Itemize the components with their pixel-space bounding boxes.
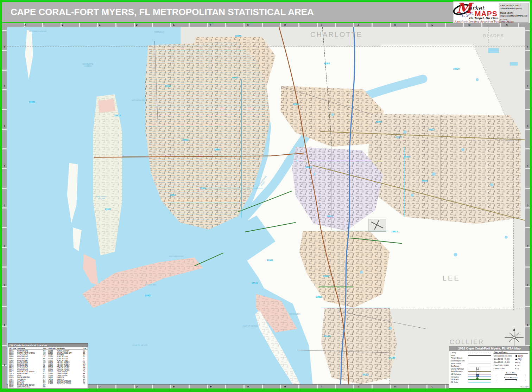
- grid-letter: H: [284, 24, 286, 26]
- grid-letter: G: [247, 385, 249, 388]
- col-header: ZIP Name: [57, 348, 83, 350]
- col-header: LOC: [43, 348, 48, 350]
- city-class-label: Cities 50,000 - 99,999: [494, 358, 515, 360]
- grid-letter: F: [210, 385, 211, 388]
- zip-code: [48, 386, 57, 388]
- water-label: CHARLOTTE HARBOR: [79, 63, 97, 68]
- zip-code-label: 33912: [327, 215, 333, 218]
- grid-letter: D: [136, 385, 138, 388]
- col-header: ZIP Code: [9, 348, 17, 350]
- legend-item: County Highways: [451, 368, 492, 371]
- zip-code-label: 33991: [182, 139, 189, 141]
- legend-item: State Highways: [451, 370, 492, 373]
- legend-line-sample: [468, 361, 491, 361]
- legend-line-sample: [468, 364, 491, 364]
- county-label: CHARLOTTE: [310, 31, 362, 39]
- zip-code: 33936: [9, 386, 17, 388]
- legend-item: Secondary Streets: [451, 360, 492, 362]
- county-label: LEE: [443, 274, 460, 282]
- map-poster: CAPE CORAL-FORT MYERS, FL METROPOLITAN S…: [0, 0, 532, 392]
- zip-code-label: 33974: [422, 180, 428, 182]
- water-label: MATLACHA PASS: [130, 99, 148, 102]
- grid-letter: B: [62, 24, 63, 26]
- legend-cities: Cities and Towns Cities 100,000 and Abov…: [492, 352, 528, 384]
- water-label: SAN CARLOS BAY: [167, 256, 185, 258]
- grid-number: 3: [527, 125, 528, 127]
- header-bar: CAPE CORAL-FORT MYERS, FL METROPOLITAN S…: [2, 2, 530, 22]
- legend-item-label: State Highways: [451, 371, 468, 372]
- city-sample: City: [517, 365, 519, 366]
- col-header: ZIP Name: [17, 348, 43, 350]
- legend-item-label: Toll Roads: [451, 379, 468, 380]
- grid-letter: A: [24, 24, 26, 26]
- legend-item: Interstates: [451, 375, 492, 378]
- logo-tagline: On Target. On Time.: [469, 17, 499, 20]
- grid-letter: J: [357, 24, 359, 26]
- zip-code-label: 33908: [267, 259, 273, 262]
- grid-numbers-right: 123456789: [525, 27, 530, 385]
- county-label: COLLIER: [450, 339, 484, 346]
- zip-code-label: 33967: [323, 275, 329, 277]
- map-labels: CHARLOTTEGLADESHENDRYLEECOLLIER GASPARIL…: [7, 27, 525, 384]
- grid-letter: K: [394, 385, 396, 388]
- zip-code-label: 33913: [391, 230, 398, 233]
- legend-line-sample: [468, 366, 491, 366]
- highway-shield-icon: [476, 372, 479, 374]
- legend-line-sample: [468, 377, 491, 377]
- zip-code-label: 33922: [114, 114, 121, 117]
- legend-line-sample: [468, 379, 491, 380]
- grid-number: 5: [527, 204, 528, 207]
- grid-letter: M: [468, 24, 470, 26]
- marketmaps-logo-box: M arket MAPS On Target. On Time. America…: [453, 1, 530, 24]
- contact-email-line1: EMAIL US AT:: [500, 12, 527, 14]
- highway-shield-icon: [476, 377, 479, 380]
- water-label: CALOOSAHATCHEE RIVER: [255, 175, 269, 191]
- city-sample: City: [518, 354, 523, 358]
- city-class-row: Cities 5,000 - 24,999 City: [494, 364, 528, 367]
- scale-item: Scale in Kilometers: [494, 377, 528, 381]
- water-label: TURTLE BAY: [151, 31, 168, 33]
- zip-code-label: 33955: [235, 35, 241, 37]
- grid-letter: E: [173, 385, 175, 388]
- grid-letters-top: ABCDEFGHIJKLMN: [7, 23, 525, 27]
- grid-letter: H: [284, 385, 286, 388]
- map-legend: 2018 Cape Coral-Fort Myers, FL MSA Map C…: [449, 346, 530, 388]
- legend-item: Primary Streets: [451, 357, 492, 360]
- legend-item-label: State: [451, 355, 468, 356]
- grid-letter: F: [210, 24, 211, 26]
- highway-shield-icon: [476, 369, 479, 372]
- legend-line-sample: [468, 369, 491, 369]
- grid-number: 1: [527, 45, 528, 48]
- grid-numbers-left: 123456789: [2, 27, 7, 385]
- legend-item-label: County Highways: [451, 368, 468, 370]
- city-class-row: Cities 50,000 - 99,999 City: [494, 358, 528, 361]
- grid-number: 6: [527, 244, 528, 247]
- grid-letter: L: [431, 385, 433, 388]
- city-class-label: Cities 100,000 and Above: [494, 355, 515, 357]
- map-canvas: CHARLOTTEGLADESHENDRYLEECOLLIER GASPARIL…: [7, 27, 525, 385]
- legend-item: US Highways: [451, 373, 492, 376]
- zip-code-label: 33916: [305, 166, 312, 168]
- legend-line-sample: [468, 371, 491, 372]
- cities-header: Cities and Towns: [494, 352, 528, 354]
- grid-letter: E: [173, 24, 175, 26]
- legend-title: 2018 Cape Coral-Fort Myers, FL MSA Map: [449, 346, 530, 351]
- grid-number: 7: [4, 284, 5, 287]
- col-header: LOC: [83, 348, 88, 350]
- legend-item-label: Minor Streets: [451, 363, 468, 365]
- zip-index-grid: ZIP Code ZIP Name LOC ZIP Code ZIP Name …: [8, 347, 88, 388]
- legend-item-label: Primary Streets: [451, 357, 468, 359]
- zip-code-label: 33905: [376, 121, 382, 123]
- zip-code-label: 33957: [145, 294, 151, 297]
- zip-code-label: 33971: [396, 136, 402, 139]
- zip-code-label: 34135: [389, 356, 395, 359]
- contact-call-line1: CALL US TOLL FREE!: [500, 4, 527, 7]
- water-label: PINE ISLAND SOUND: [93, 196, 110, 200]
- legend-item-label: US Highways: [451, 373, 468, 375]
- zip-code-label: 33903: [293, 103, 299, 105]
- grid-number: 9: [4, 364, 5, 366]
- marketmaps-logo: M arket MAPS On Target. On Time. America…: [454, 2, 499, 24]
- grid-number: 3: [4, 125, 5, 127]
- scale-bar-graphic: [496, 374, 526, 376]
- zip-code-label: 33956: [105, 208, 111, 211]
